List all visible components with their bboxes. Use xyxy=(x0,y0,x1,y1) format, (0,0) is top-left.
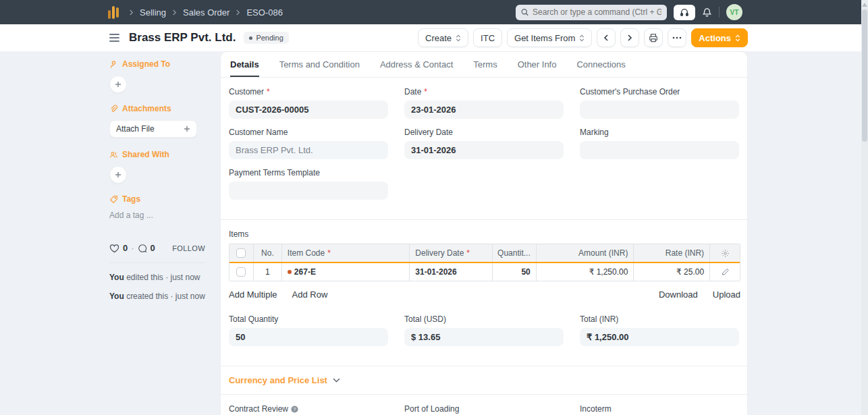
required-marker: * xyxy=(424,87,427,96)
chevron-right-icon xyxy=(128,9,134,16)
printer-icon xyxy=(649,33,658,43)
like-count[interactable]: 0 xyxy=(123,243,128,253)
delivery-date-input[interactable]: 31-01-2026 xyxy=(404,141,564,159)
help-button[interactable] xyxy=(674,5,695,20)
total-quantity-label: Total Quantity xyxy=(229,314,278,324)
add-tag-input[interactable]: Add a tag ... xyxy=(109,211,207,220)
tab-details[interactable]: Details xyxy=(230,52,259,77)
previous-document-button[interactable] xyxy=(597,28,616,47)
itc-button[interactable]: ITC xyxy=(473,28,502,47)
headphones-icon xyxy=(680,7,689,17)
customer-name-label: Customer Name xyxy=(229,128,288,137)
tag-icon xyxy=(109,195,118,204)
tab-terms-and-condition[interactable]: Terms and Condition xyxy=(279,52,360,77)
date-input[interactable]: 23-01-2026 xyxy=(404,101,564,119)
currency-price-list-section-toggle[interactable]: Currency and Price List xyxy=(221,366,747,395)
tab-terms[interactable]: Terms xyxy=(473,52,497,77)
payment-terms-template-field: Payment Terms Template xyxy=(229,168,388,200)
item-row[interactable]: 1 267-E 31-01-2026 50 ₹ 1,250.00 ₹ 25.00 xyxy=(229,262,740,281)
tab-connections[interactable]: Connections xyxy=(576,52,625,77)
item-delivery-date-value[interactable]: 31-01-2026 xyxy=(410,263,493,281)
total-inr-label: Total (INR) xyxy=(580,314,618,324)
attach-file-button[interactable]: Attach File xyxy=(109,120,197,138)
users-icon xyxy=(109,150,118,159)
edit-row-pencil-icon[interactable] xyxy=(721,268,729,276)
app-logo[interactable] xyxy=(108,5,119,19)
scroll-up-arrow-icon[interactable] xyxy=(862,3,867,7)
download-button[interactable]: Download xyxy=(659,289,698,300)
get-items-from-button[interactable]: Get Items From xyxy=(507,28,592,47)
print-button[interactable] xyxy=(644,28,663,47)
status-badge-label: Pending xyxy=(256,34,283,42)
help-circle-icon[interactable]: ? xyxy=(291,406,298,413)
contract-review-field: Contract Review ? Yes xyxy=(229,404,388,415)
actions-button[interactable]: Actions xyxy=(691,28,748,47)
notifications-bell-icon[interactable] xyxy=(702,7,712,18)
assigned-to-section[interactable]: Assigned To xyxy=(109,59,207,69)
tab-other-info[interactable]: Other Info xyxy=(518,52,557,77)
payment-terms-template-input[interactable] xyxy=(229,182,388,200)
next-document-button[interactable] xyxy=(620,28,639,47)
column-rate: Rate (INR) xyxy=(634,244,710,262)
activity-text: edited this · just now xyxy=(126,273,200,282)
status-dot-icon xyxy=(249,36,252,40)
add-assignment-button[interactable] xyxy=(109,76,127,93)
breadcrumb-sales-order[interactable]: Sales Order xyxy=(183,7,229,18)
navbar-divider xyxy=(719,7,720,18)
item-rate-value[interactable]: ₹ 25.00 xyxy=(634,263,710,281)
items-table-header: No. Item Code * Delivery Date * Quantit.… xyxy=(229,244,740,262)
items-table-actions: Add Multiple Add Row Download Upload xyxy=(229,289,740,300)
items-section: Items No. Item Code * Delivery Date * Qu… xyxy=(221,220,747,366)
chevron-right-icon xyxy=(626,34,633,41)
global-search[interactable] xyxy=(516,5,667,20)
breadcrumb-selling[interactable]: Selling xyxy=(140,7,166,18)
add-share-button[interactable] xyxy=(109,166,127,184)
incoterm-field: Incoterm xyxy=(580,404,739,415)
user-avatar[interactable]: VT xyxy=(726,4,742,20)
payment-terms-template-label: Payment Terms Template xyxy=(229,168,320,177)
assigned-to-label: Assigned To xyxy=(122,59,170,69)
add-row-button[interactable]: Add Row xyxy=(292,289,328,300)
breadcrumb-document-id[interactable]: ESO-086 xyxy=(246,7,282,18)
row-checkbox[interactable] xyxy=(236,267,246,277)
column-quantity: Quantit... xyxy=(493,244,537,262)
sidebar-toggle-icon[interactable] xyxy=(108,32,121,43)
page-scrollbar[interactable] xyxy=(861,0,868,415)
tags-section[interactable]: Tags xyxy=(109,194,207,204)
page-title: Brass ERP Pvt. Ltd. xyxy=(129,31,236,45)
attachments-section[interactable]: Attachments xyxy=(109,104,207,113)
follow-button[interactable]: FOLLOW xyxy=(172,244,205,252)
item-quantity-value[interactable]: 50 xyxy=(493,263,537,281)
menu-ellipsis-button[interactable] xyxy=(668,28,686,47)
required-marker: * xyxy=(267,87,270,96)
table-settings-gear-icon[interactable] xyxy=(721,249,730,258)
svg-text:?: ? xyxy=(294,406,296,411)
contract-section: Contract Review ? Yes Contract Date 23-0… xyxy=(221,395,747,415)
item-status-dot-icon xyxy=(288,270,292,274)
tab-address-contact[interactable]: Address & Contact xyxy=(380,52,453,77)
scrollbar-thumb[interactable] xyxy=(862,9,867,142)
heart-icon[interactable] xyxy=(109,244,119,253)
chevron-right-icon xyxy=(235,9,241,16)
comment-icon[interactable] xyxy=(138,244,147,253)
create-button[interactable]: Create xyxy=(418,28,468,47)
shared-with-section[interactable]: Shared With xyxy=(109,150,207,159)
required-marker: * xyxy=(466,248,470,258)
comment-count[interactable]: 0 xyxy=(151,243,155,253)
activity-entry: You edited this · just now xyxy=(109,273,207,282)
breadcrumb: Selling Sales Order ESO-086 xyxy=(108,5,283,19)
marking-input[interactable] xyxy=(580,141,739,159)
upload-button[interactable]: Upload xyxy=(713,289,740,300)
add-multiple-button[interactable]: Add Multiple xyxy=(229,289,277,300)
form-card: Details Terms and Condition Address & Co… xyxy=(220,51,748,415)
customer-input[interactable]: CUST-2026-00005 xyxy=(229,101,388,119)
item-code-value: 267-E xyxy=(294,267,316,277)
search-input[interactable] xyxy=(533,7,661,17)
form-sidebar: Assigned To Attachments Attach File Shar… xyxy=(108,51,220,415)
column-item-code: Item Code xyxy=(288,248,325,258)
item-amount-value[interactable]: ₹ 1,250.00 xyxy=(537,263,634,281)
customer-field: Customer * CUST-2026-00005 xyxy=(229,87,388,119)
select-all-checkbox[interactable] xyxy=(236,248,246,258)
customer-purchase-order-input[interactable] xyxy=(580,101,739,119)
date-label: Date xyxy=(404,87,421,96)
